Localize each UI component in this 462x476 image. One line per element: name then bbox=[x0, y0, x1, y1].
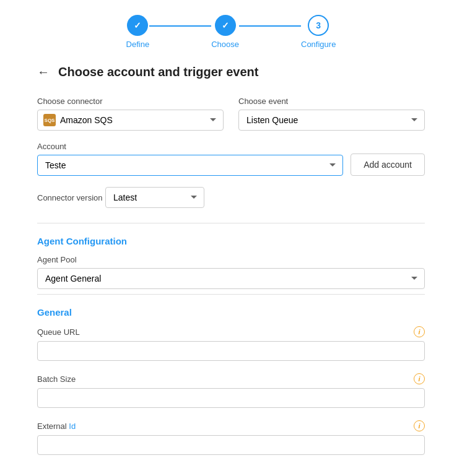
connector-event-row: Choose connector SQS Amazon SQS Choose e… bbox=[37, 97, 425, 131]
step-define-label: Define bbox=[126, 40, 150, 49]
external-id-label-row: External Id i bbox=[37, 420, 425, 431]
divider-1 bbox=[37, 223, 425, 223]
agent-pool-label: Agent Pool bbox=[37, 255, 425, 264]
step-choose-circle: ✓ bbox=[215, 15, 236, 36]
agent-pool-group: Agent Pool Agent General Agent Pool 1 Ag… bbox=[37, 255, 425, 289]
step-define-circle: ✓ bbox=[127, 15, 148, 36]
divider-2 bbox=[37, 294, 425, 295]
external-id-input[interactable] bbox=[37, 435, 425, 455]
batch-size-label: Batch Size bbox=[37, 374, 76, 384]
queue-url-row: Queue URL i bbox=[37, 326, 425, 361]
event-select[interactable]: Listen Queue Send Message Delete Message bbox=[238, 110, 425, 131]
external-id-row: External Id i bbox=[37, 420, 425, 455]
stepper: ✓ Define ✓ Choose 3 Configure bbox=[0, 0, 462, 59]
checkmark-icon-2: ✓ bbox=[222, 20, 229, 30]
version-select[interactable]: Latest 1.0 2.0 bbox=[105, 187, 204, 208]
back-button[interactable]: ← bbox=[37, 65, 50, 79]
main-content: ← Choose account and trigger event Choos… bbox=[0, 59, 462, 476]
add-account-button[interactable]: Add account bbox=[351, 154, 425, 176]
queue-url-label-row: Queue URL i bbox=[37, 326, 425, 337]
version-group: Connector version Latest 1.0 2.0 bbox=[37, 187, 425, 208]
batch-size-info-icon[interactable]: i bbox=[414, 373, 425, 384]
connector-label: Choose connector bbox=[37, 97, 224, 106]
connector-select-wrapper: SQS Amazon SQS bbox=[37, 110, 224, 131]
page-header: ← Choose account and trigger event bbox=[37, 65, 425, 79]
step-line-1 bbox=[149, 25, 211, 27]
sqs-icon: SQS bbox=[43, 114, 56, 126]
agent-config-title: Agent Configuration bbox=[37, 236, 425, 246]
batch-size-label-row: Batch Size i bbox=[37, 373, 425, 384]
external-id-label: External Id bbox=[37, 422, 76, 431]
queue-url-info-icon[interactable]: i bbox=[414, 326, 425, 337]
version-label: Connector version bbox=[37, 193, 103, 202]
step-define: ✓ Define bbox=[126, 15, 150, 49]
agent-pool-select[interactable]: Agent General Agent Pool 1 Agent Pool 2 bbox=[37, 268, 425, 289]
step-line-2 bbox=[239, 25, 301, 27]
event-label: Choose event bbox=[238, 97, 425, 106]
queue-url-input[interactable] bbox=[37, 341, 425, 361]
queue-url-label: Queue URL bbox=[37, 327, 80, 337]
step-configure-label: Configure bbox=[301, 40, 336, 49]
step-configure-number: 3 bbox=[316, 20, 321, 30]
general-title: General bbox=[37, 307, 425, 318]
general-section: General Queue URL i Batch Size i Externa… bbox=[37, 307, 425, 455]
checkmark-icon: ✓ bbox=[134, 20, 141, 30]
step-configure: 3 Configure bbox=[301, 15, 336, 49]
step-choose: ✓ Choose bbox=[211, 15, 239, 49]
event-group: Choose event Listen Queue Send Message D… bbox=[238, 97, 425, 131]
account-select[interactable]: Teste bbox=[37, 155, 343, 176]
agent-config-section: Agent Configuration Agent Pool Agent Gen… bbox=[37, 236, 425, 289]
step-choose-label: Choose bbox=[211, 40, 239, 49]
external-id-highlight: Id bbox=[69, 422, 76, 431]
account-label: Account bbox=[37, 142, 343, 151]
external-id-info-icon[interactable]: i bbox=[414, 420, 425, 431]
step-configure-circle: 3 bbox=[308, 15, 329, 36]
connector-select[interactable]: Amazon SQS bbox=[37, 110, 224, 131]
batch-size-input[interactable] bbox=[37, 388, 425, 408]
batch-size-row: Batch Size i bbox=[37, 373, 425, 408]
page-title: Choose account and trigger event bbox=[58, 65, 258, 79]
connector-group: Choose connector SQS Amazon SQS bbox=[37, 97, 224, 131]
account-row: Account Teste Add account bbox=[37, 142, 425, 176]
account-group: Account Teste bbox=[37, 142, 343, 176]
